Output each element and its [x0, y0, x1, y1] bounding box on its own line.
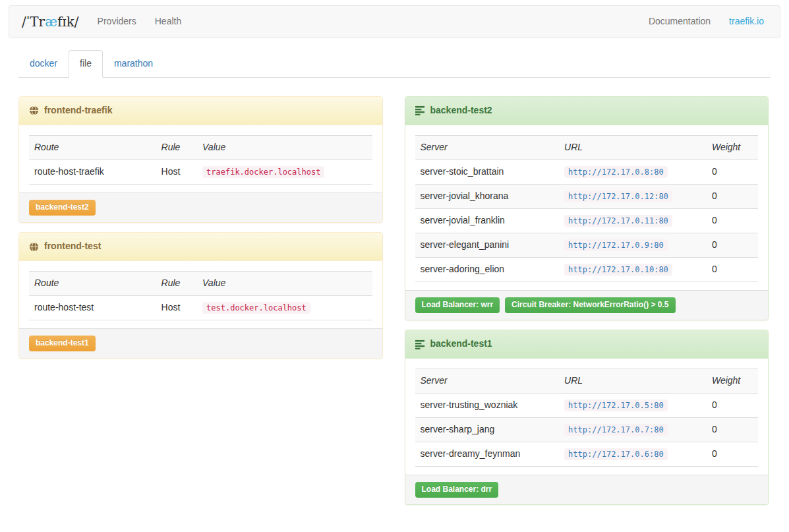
frontend-traefik-footer: backend-test2 — [19, 192, 382, 222]
column-header-weight: Weight — [707, 135, 758, 160]
server-url-link[interactable]: http://172.17.0.6:80 — [564, 448, 668, 459]
servers-table: Server URL Weight server-stoic_brattain … — [415, 135, 759, 282]
weight-cell: 0 — [707, 233, 758, 257]
server-cell: server-sharp_jang — [415, 417, 560, 442]
nav-traefik-io-link[interactable]: traefik.io — [720, 5, 773, 38]
brand-logo-post: fɪk/ — [57, 14, 79, 30]
nav-documentation-link[interactable]: Documentation — [639, 5, 720, 38]
rule-value-code: test.docker.localhost — [202, 302, 310, 314]
backend-test2-body: Server URL Weight server-stoic_brattain … — [405, 125, 769, 290]
server-cell: server-jovial_khorana — [415, 184, 560, 208]
routes-table: Route Rule Value route-host-test Host te… — [29, 271, 372, 320]
load-balancer-badge: Load Balancer: drr — [415, 482, 499, 498]
backend-test1-panel: backend-test1 Server URL Weight server-t… — [405, 330, 769, 505]
tasks-icon — [415, 105, 425, 115]
value-cell: test.docker.localhost — [197, 296, 372, 320]
main-content: frontend-traefik Route Rule Value route-… — [18, 96, 769, 514]
server-cell: server-elegant_panini — [415, 233, 560, 257]
weight-cell: 0 — [707, 442, 758, 466]
table-row: server-jovial_franklin http://172.17.0.1… — [415, 208, 759, 233]
brand-logo-pre: /ˈTr — [22, 14, 45, 30]
frontend-test-heading: frontend-test — [19, 233, 382, 261]
backend-test2-footer: Load Balancer: wrr Circuit Breaker: Netw… — [405, 290, 769, 320]
table-row: server-stoic_brattain http://172.17.0.8:… — [415, 160, 759, 184]
navbar-left-links: Providers Health — [88, 6, 191, 38]
server-cell: server-adoring_elion — [415, 257, 560, 281]
load-balancer-badge: Load Balancer: wrr — [415, 297, 500, 313]
brand-logo[interactable]: /ˈTræfɪk/ — [9, 13, 88, 32]
column-header-server: Server — [415, 135, 560, 160]
route-cell: route-host-test — [29, 296, 156, 320]
navbar: /ˈTræfɪk/ Providers Health Documentation… — [9, 5, 780, 38]
frontend-traefik-panel: frontend-traefik Route Rule Value route-… — [18, 96, 383, 223]
panel-title: backend-test2 — [430, 104, 492, 117]
url-cell: http://172.17.0.9:80 — [559, 233, 707, 257]
column-header-url: URL — [559, 135, 707, 160]
frontends-column: frontend-traefik Route Rule Value route-… — [18, 96, 383, 368]
column-header-route: Route — [29, 272, 156, 296]
backend-test2-heading: backend-test2 — [405, 97, 769, 125]
weight-cell: 0 — [707, 393, 758, 417]
server-cell: server-dreamy_feynman — [415, 442, 560, 466]
table-header-row: Route Rule Value — [29, 135, 372, 160]
globe-icon — [29, 242, 39, 252]
url-cell: http://172.17.0.12:80 — [559, 184, 707, 208]
tab-marathon[interactable]: marathon — [103, 50, 164, 78]
server-cell: server-trusting_wozniak — [415, 393, 560, 417]
server-url-link[interactable]: http://172.17.0.7:80 — [564, 424, 668, 434]
table-row: server-elegant_panini http://172.17.0.9:… — [415, 233, 759, 257]
backend-test1-footer: Load Balancer: drr — [405, 475, 769, 504]
table-row: route-host-test Host test.docker.localho… — [29, 296, 372, 320]
url-cell: http://172.17.0.8:80 — [559, 160, 707, 184]
table-row: server-dreamy_feynman http://172.17.0.6:… — [415, 442, 759, 466]
route-cell: route-host-traefik — [29, 160, 156, 184]
url-cell: http://172.17.0.10:80 — [559, 257, 707, 281]
nav-providers-link[interactable]: Providers — [88, 5, 146, 38]
url-cell: http://172.17.0.11:80 — [559, 208, 707, 233]
frontend-test-body: Route Rule Value route-host-test Host te… — [19, 261, 382, 328]
column-header-value: Value — [197, 272, 372, 296]
backends-column: backend-test2 Server URL Weight server-s… — [405, 96, 769, 514]
column-header-value: Value — [197, 135, 372, 160]
frontend-traefik-body: Route Rule Value route-host-traefik Host… — [19, 125, 382, 192]
server-url-link[interactable]: http://172.17.0.10:80 — [564, 264, 672, 274]
column-header-route: Route — [29, 135, 156, 160]
weight-cell: 0 — [707, 184, 758, 208]
value-cell: traefik.docker.localhost — [197, 160, 372, 184]
tab-file[interactable]: file — [69, 50, 103, 78]
column-header-server: Server — [415, 369, 560, 394]
weight-cell: 0 — [707, 257, 758, 281]
servers-table: Server URL Weight server-trusting_woznia… — [415, 369, 759, 467]
backend-test1-body: Server URL Weight server-trusting_woznia… — [405, 359, 769, 475]
url-cell: http://172.17.0.5:80 — [559, 393, 707, 417]
provider-tabs: docker file marathon — [18, 50, 771, 78]
table-header-row: Route Rule Value — [29, 272, 372, 296]
server-url-link[interactable]: http://172.17.0.5:80 — [564, 399, 668, 410]
backend-ref-badge: backend-test1 — [29, 336, 96, 351]
weight-cell: 0 — [707, 417, 758, 442]
table-header-row: Server URL Weight — [415, 135, 759, 160]
backend-ref-badge: backend-test2 — [29, 200, 96, 216]
table-header-row: Server URL Weight — [415, 369, 759, 394]
server-url-link[interactable]: http://172.17.0.8:80 — [564, 166, 668, 177]
server-url-link[interactable]: http://172.17.0.11:80 — [564, 215, 672, 225]
server-url-link[interactable]: http://172.17.0.12:80 — [564, 191, 672, 201]
server-cell: server-jovial_franklin — [415, 208, 560, 233]
globe-icon — [29, 105, 39, 115]
table-row: route-host-traefik Host traefik.docker.l… — [29, 160, 372, 184]
column-header-rule: Rule — [156, 135, 197, 160]
routes-table: Route Rule Value route-host-traefik Host… — [29, 135, 372, 185]
table-row: server-jovial_khorana http://172.17.0.12… — [415, 184, 759, 208]
server-url-link[interactable]: http://172.17.0.9:80 — [564, 239, 668, 250]
nav-health-link[interactable]: Health — [146, 5, 190, 38]
navbar-right-links: Documentation traefik.io — [639, 6, 780, 38]
column-header-rule: Rule — [156, 272, 197, 296]
tab-docker[interactable]: docker — [18, 50, 69, 78]
backend-test1-heading: backend-test1 — [405, 330, 769, 359]
column-header-weight: Weight — [707, 369, 758, 394]
rule-cell: Host — [156, 296, 197, 320]
url-cell: http://172.17.0.6:80 — [559, 442, 707, 466]
weight-cell: 0 — [707, 160, 758, 184]
server-cell: server-stoic_brattain — [415, 160, 560, 184]
brand-logo-accent: æ — [45, 14, 57, 30]
